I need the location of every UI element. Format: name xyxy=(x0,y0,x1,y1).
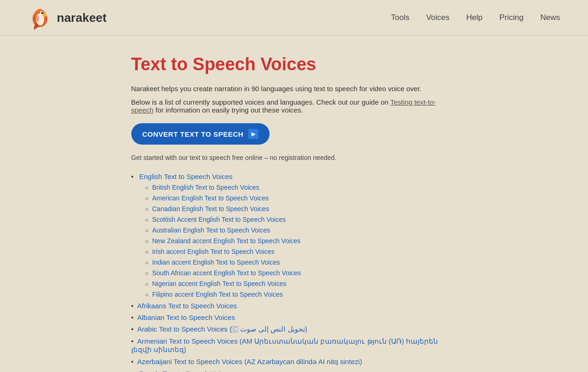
navigation: narakeet Tools Voices Help Pricing News xyxy=(0,0,588,36)
list-item: Nigerian accent English Text to Speech V… xyxy=(145,279,457,287)
nav-item-pricing[interactable]: Pricing xyxy=(500,13,524,22)
description-1: Narakeet helps you create narration in 9… xyxy=(131,85,457,93)
page-title: Text to Speech Voices xyxy=(131,54,457,74)
list-item: Irish accent English Text to Speech Voic… xyxy=(145,247,457,255)
list-item-afrikaans: Afrikaans Text to Speech Voices xyxy=(131,302,457,310)
list-item: British English Text to Speech Voices xyxy=(145,183,457,191)
play-icon xyxy=(248,129,258,139)
list-item: American English Text to Speech Voices xyxy=(145,194,457,202)
english-tts-link[interactable]: English Text to Speech Voices xyxy=(139,173,233,180)
main-content: Text to Speech Voices Narakeet helps you… xyxy=(103,36,485,372)
list-item-english: English Text to Speech Voices British En… xyxy=(131,173,457,298)
convert-button[interactable]: CONVERT TEXT TO SPEECH xyxy=(131,123,270,145)
list-item: Indian accent English Text to Speech Voi… xyxy=(145,258,457,266)
svg-point-7 xyxy=(42,13,43,13)
list-item: Scottish Accent English Text to Speech V… xyxy=(145,215,457,223)
logo-text: narakeet xyxy=(57,11,107,25)
nav-item-voices[interactable]: Voices xyxy=(426,13,449,22)
list-item: New Zealand accent English Text to Speec… xyxy=(145,237,457,245)
description-2: Below is a list of currently supported v… xyxy=(131,98,457,114)
list-item-azerbaijani: Azerbaijani Text to Speech Voices (AZ Az… xyxy=(131,358,457,366)
cta-subtext: Get started with our text to speech free… xyxy=(131,154,457,161)
list-item-arabic: Arabic Text to Speech Voices (🇨 تحويل ال… xyxy=(131,325,457,333)
logo-icon xyxy=(28,6,52,30)
english-sub-list: British English Text to Speech Voices Am… xyxy=(131,183,457,298)
svg-point-9 xyxy=(35,15,39,22)
list-item: Australian English Text to Speech Voices xyxy=(145,226,457,234)
voice-list: English Text to Speech Voices British En… xyxy=(131,173,457,372)
list-item-bangla: Bangla Text to Speech Voices Bangladesh … xyxy=(131,370,457,372)
list-item: South African accent English Text to Spe… xyxy=(145,269,457,277)
nav-item-tools[interactable]: Tools xyxy=(391,13,410,22)
list-item: Filipino accent English Text to Speech V… xyxy=(145,290,457,298)
nav-item-help[interactable]: Help xyxy=(466,13,483,22)
list-item-armenian: Armenian Text to Speech Voices (AM Արեւս… xyxy=(131,337,457,354)
list-item-albanian: Albanian Text to Speech Voices xyxy=(131,313,457,321)
nav-item-news[interactable]: News xyxy=(540,13,560,22)
logo[interactable]: narakeet xyxy=(28,6,107,30)
nav-links: Tools Voices Help Pricing News xyxy=(391,13,560,22)
list-item: Canadian English Text to Speech Voices xyxy=(145,205,457,213)
